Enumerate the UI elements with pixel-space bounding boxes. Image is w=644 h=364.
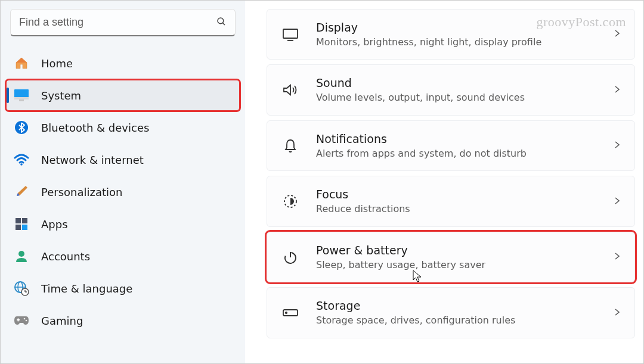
sidebar-item-network[interactable]: Network & internet bbox=[5, 144, 240, 176]
search-icon bbox=[216, 16, 227, 29]
card-focus[interactable]: Focus Reduce distractions bbox=[267, 176, 635, 226]
sidebar: Home System Bluetooth & devices Network … bbox=[1, 1, 245, 363]
svg-point-18 bbox=[24, 318, 26, 320]
card-display[interactable]: Display Monitors, brightness, night ligh… bbox=[267, 9, 635, 60]
svg-rect-4 bbox=[19, 99, 24, 101]
sidebar-item-label: Home bbox=[41, 57, 73, 70]
chevron-right-icon bbox=[613, 29, 621, 40]
card-subtitle: Alerts from apps and system, do not dist… bbox=[316, 148, 613, 160]
sidebar-item-label: Personalization bbox=[41, 186, 122, 198]
svg-rect-7 bbox=[16, 218, 21, 223]
sidebar-item-time-language[interactable]: Time & language bbox=[5, 272, 240, 304]
paintbrush-icon bbox=[14, 184, 29, 200]
sidebar-item-label: Gaming bbox=[41, 315, 83, 327]
bluetooth-icon bbox=[14, 120, 29, 135]
settings-window: Home System Bluetooth & devices Network … bbox=[0, 0, 644, 364]
card-storage[interactable]: Storage Storage space, drives, configura… bbox=[267, 287, 635, 338]
card-sound[interactable]: Sound Volume levels, output, input, soun… bbox=[267, 64, 635, 115]
sidebar-item-label: Apps bbox=[41, 218, 68, 231]
card-title: Notifications bbox=[316, 132, 613, 147]
card-title: Sound bbox=[316, 76, 613, 91]
sidebar-item-personalization[interactable]: Personalization bbox=[5, 176, 240, 208]
card-subtitle: Reduce distractions bbox=[316, 203, 613, 216]
card-notifications[interactable]: Notifications Alerts from apps and syste… bbox=[267, 120, 635, 171]
card-subtitle: Sleep, battery usage, battery saver bbox=[316, 259, 613, 272]
sidebar-item-gaming[interactable]: Gaming bbox=[5, 304, 240, 337]
display-icon bbox=[280, 24, 301, 45]
power-icon bbox=[280, 247, 301, 267]
svg-rect-9 bbox=[16, 225, 21, 230]
svg-point-28 bbox=[286, 312, 287, 313]
chevron-right-icon bbox=[613, 196, 621, 207]
svg-point-0 bbox=[218, 18, 224, 24]
storage-icon bbox=[280, 303, 301, 323]
card-title: Display bbox=[316, 20, 613, 35]
svg-rect-10 bbox=[22, 225, 27, 230]
chevron-right-icon bbox=[613, 307, 621, 319]
sidebar-item-apps[interactable]: Apps bbox=[5, 208, 240, 240]
sidebar-item-home[interactable]: Home bbox=[5, 47, 240, 79]
search-box[interactable] bbox=[10, 9, 236, 36]
svg-rect-8 bbox=[22, 218, 27, 223]
gamepad-icon bbox=[14, 313, 29, 328]
svg-point-11 bbox=[18, 251, 24, 257]
focus-icon bbox=[280, 191, 301, 211]
svg-rect-21 bbox=[18, 318, 19, 321]
system-icon bbox=[14, 88, 29, 103]
sidebar-item-accounts[interactable]: Accounts bbox=[5, 240, 240, 272]
sidebar-item-label: System bbox=[41, 89, 81, 102]
card-subtitle: Storage space, drives, configuration rul… bbox=[316, 315, 613, 327]
svg-rect-3 bbox=[14, 97, 29, 99]
wifi-icon bbox=[14, 152, 29, 167]
main-content: Display Monitors, brightness, night ligh… bbox=[245, 1, 643, 363]
svg-rect-22 bbox=[283, 29, 298, 38]
card-subtitle: Volume levels, output, input, sound devi… bbox=[316, 92, 613, 104]
sidebar-nav: Home System Bluetooth & devices Network … bbox=[1, 47, 245, 337]
card-power-battery[interactable]: Power & battery Sleep, battery usage, ba… bbox=[267, 232, 635, 282]
card-title: Storage bbox=[316, 298, 613, 313]
chevron-right-icon bbox=[613, 140, 621, 151]
card-title: Focus bbox=[316, 187, 613, 202]
sidebar-item-system[interactable]: System bbox=[5, 79, 240, 111]
svg-line-1 bbox=[222, 23, 225, 25]
chevron-right-icon bbox=[613, 251, 621, 263]
svg-point-6 bbox=[20, 163, 23, 166]
svg-point-19 bbox=[26, 320, 27, 322]
sidebar-item-label: Bluetooth & devices bbox=[41, 122, 149, 134]
chevron-right-icon bbox=[613, 85, 621, 96]
home-icon bbox=[14, 55, 29, 71]
sidebar-item-label: Network & internet bbox=[41, 154, 144, 166]
bell-icon bbox=[280, 136, 301, 156]
sidebar-item-bluetooth[interactable]: Bluetooth & devices bbox=[5, 111, 240, 144]
accounts-icon bbox=[14, 248, 29, 264]
card-title: Power & battery bbox=[316, 243, 613, 258]
globe-clock-icon bbox=[14, 281, 29, 296]
sidebar-item-label: Accounts bbox=[41, 250, 90, 263]
apps-icon bbox=[14, 216, 29, 232]
card-subtitle: Monitors, brightness, night light, displ… bbox=[316, 36, 613, 49]
sidebar-item-label: Time & language bbox=[41, 282, 132, 295]
search-input[interactable] bbox=[19, 16, 216, 29]
sound-icon bbox=[280, 80, 301, 100]
